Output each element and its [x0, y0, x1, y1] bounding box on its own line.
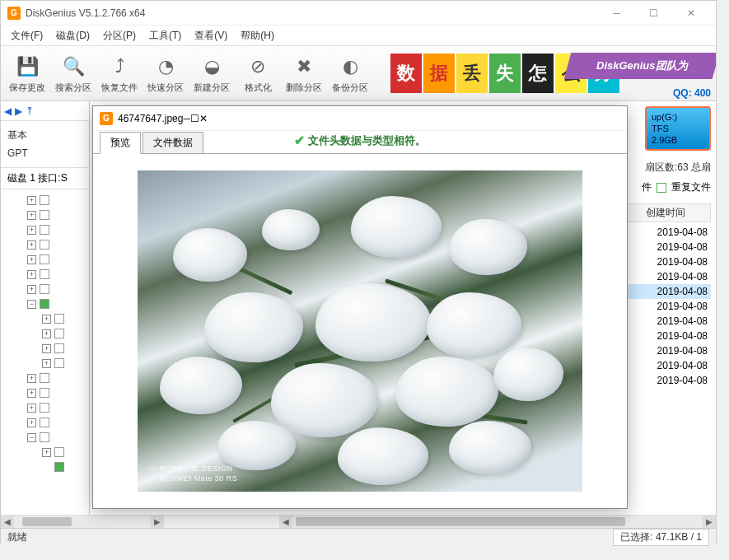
tree-checkbox[interactable]: [40, 373, 49, 383]
row-date: 2019-04-08: [657, 360, 708, 371]
new-icon: ◒: [199, 54, 225, 80]
preview-maximize-button[interactable]: ☐: [190, 113, 199, 124]
tree-checkbox[interactable]: [40, 269, 49, 279]
scroll-left-icon-2[interactable]: ◀: [279, 516, 292, 528]
label-gpt: GPT: [7, 144, 82, 162]
search-partition-button[interactable]: 🔍搜索分区: [50, 49, 96, 98]
tree-checkbox[interactable]: [40, 432, 49, 442]
format-button[interactable]: ⊘格式化: [235, 49, 281, 98]
nav-up-icon[interactable]: ⤒: [26, 105, 34, 117]
tree-expand-icon[interactable]: +: [27, 389, 36, 398]
tree-expand-icon[interactable]: +: [42, 448, 51, 457]
preview-body: ○○ PORSCHE DESIGN HUAWEI Mate 30 RS: [93, 154, 627, 508]
tree-expand-icon[interactable]: +: [27, 196, 36, 205]
tree-expand-icon[interactable]: +: [42, 329, 51, 338]
tree-checkbox[interactable]: [54, 447, 64, 457]
tree-expand-icon[interactable]: +: [27, 226, 36, 235]
tree-expand-icon[interactable]: −: [27, 300, 36, 309]
row-date: 2019-04-08: [657, 330, 708, 342]
tree-checkbox[interactable]: [40, 225, 49, 235]
tree-expand-icon[interactable]: +: [27, 240, 36, 250]
tree-checkbox[interactable]: [54, 343, 64, 353]
menu-view[interactable]: 查看(V): [188, 27, 234, 44]
backup-partition-button[interactable]: ◐备份分区: [327, 49, 373, 98]
left-panel: ◀ ▶ ⤒ 基本 GPT 磁盘 1 接口:S + + + + + + + − +…: [1, 101, 90, 528]
quick-icon: ◔: [152, 54, 179, 80]
horizontal-scrollbar[interactable]: ◀ ▶ ◀ ▶: [1, 515, 716, 528]
tree-checkbox[interactable]: [40, 195, 49, 205]
tree-checkbox[interactable]: [40, 240, 49, 250]
tree-checkbox-selected[interactable]: [54, 462, 64, 472]
preview-titlebar[interactable]: G 46747647.jpeg ─ ☐ ✕: [93, 106, 627, 131]
nav-forward-icon[interactable]: ▶: [15, 105, 22, 117]
partition-badge[interactable]: up(G:) TFS 2.9GB: [645, 106, 711, 151]
tree-checkbox[interactable]: [54, 358, 64, 368]
tree-checkbox[interactable]: [40, 418, 49, 427]
tree-expand-icon[interactable]: +: [27, 255, 36, 264]
tree-checkbox-selected[interactable]: [40, 299, 49, 309]
tree-expand-icon[interactable]: +: [27, 270, 36, 279]
label-dup: 重复文件: [671, 180, 711, 194]
minimize-button[interactable]: ─: [598, 2, 635, 25]
search-icon: 🔍: [60, 54, 86, 80]
tree-checkbox[interactable]: [54, 329, 64, 338]
tree-expand-icon[interactable]: +: [27, 285, 36, 294]
scroll-track-2[interactable]: [292, 516, 703, 528]
preview-close-button[interactable]: ✕: [199, 113, 208, 124]
tab-preview[interactable]: 预览: [100, 132, 141, 154]
nav-back-icon[interactable]: ◀: [4, 105, 12, 117]
format-label: 格式化: [245, 82, 272, 94]
tree-checkbox[interactable]: [40, 388, 49, 398]
banner-char-2: 据: [423, 54, 455, 93]
quick-partition-button[interactable]: ◔快速分区: [143, 49, 189, 98]
tree-expand-icon[interactable]: +: [27, 418, 36, 427]
save-label: 保存更改: [9, 82, 45, 94]
dup-checkbox[interactable]: [657, 183, 666, 193]
scroll-thumb-2[interactable]: [296, 517, 625, 526]
menubar: 文件(F) 磁盘(D) 分区(P) 工具(T) 查看(V) 帮助(H): [1, 26, 716, 45]
maximize-button[interactable]: ☐: [635, 2, 672, 25]
tree-checkbox[interactable]: [40, 254, 49, 264]
watermark-line2: HUAWEI Mate 30 RS: [160, 474, 237, 483]
tab-file-data[interactable]: 文件数据: [143, 132, 203, 154]
tree-expand-icon[interactable]: +: [42, 359, 51, 368]
col-created-header[interactable]: 创建时间: [620, 203, 711, 222]
scroll-right-icon[interactable]: ▶: [151, 516, 164, 528]
backup-icon: ◐: [337, 54, 363, 80]
status-selection: 已选择: 47.1KB / 1: [613, 529, 709, 546]
recover-files-button[interactable]: ⤴恢复文件: [96, 49, 143, 98]
scroll-thumb[interactable]: [22, 517, 72, 526]
tree-expand-icon[interactable]: +: [42, 315, 51, 324]
tree-checkbox[interactable]: [54, 314, 64, 324]
status-text: 文件头数据与类型相符。: [308, 133, 426, 148]
preview-minimize-button[interactable]: ─: [183, 113, 190, 124]
tree-expand-icon[interactable]: +: [42, 344, 51, 353]
column-toggles: 件 重复文件: [642, 180, 711, 194]
toolbar: 💾保存更改 🔍搜索分区 ⤴恢复文件 ◔快速分区 ◒新建分区 ⊘格式化 ✖删除分区…: [1, 45, 716, 101]
disk-identifier: 磁盘 1 接口:S: [1, 167, 89, 189]
scroll-track[interactable]: [14, 516, 151, 528]
menu-tools[interactable]: 工具(T): [143, 27, 188, 44]
promo-banner[interactable]: 数 据 丢 失 怎 么 办 DiskGenius团队为 QQ: 400: [390, 46, 716, 100]
delete-partition-button[interactable]: ✖删除分区: [281, 49, 327, 98]
close-button[interactable]: ✕: [672, 2, 709, 25]
badge-size: 2.9GB: [652, 134, 704, 146]
tree-checkbox[interactable]: [40, 210, 49, 220]
tree-checkbox[interactable]: [40, 403, 49, 413]
tree-expand-icon[interactable]: +: [27, 404, 36, 413]
menu-partition[interactable]: 分区(P): [96, 27, 143, 44]
save-button[interactable]: 💾保存更改: [4, 49, 50, 98]
tree-expand-icon[interactable]: +: [27, 211, 36, 220]
menu-help[interactable]: 帮助(H): [234, 27, 281, 44]
new-label: 新建分区: [194, 82, 230, 94]
directory-tree[interactable]: + + + + + + + − + + + + + + + + − + +: [1, 189, 89, 534]
tree-expand-icon[interactable]: +: [27, 374, 36, 383]
menu-disk[interactable]: 磁盘(D): [49, 27, 96, 44]
preview-title: 46747647.jpeg: [118, 113, 183, 124]
scroll-right-icon-2[interactable]: ▶: [703, 516, 716, 528]
tree-expand-icon[interactable]: −: [27, 433, 36, 442]
new-partition-button[interactable]: ◒新建分区: [189, 49, 235, 98]
scroll-left-icon[interactable]: ◀: [1, 516, 14, 528]
tree-checkbox[interactable]: [40, 284, 49, 294]
menu-file[interactable]: 文件(F): [4, 27, 49, 44]
